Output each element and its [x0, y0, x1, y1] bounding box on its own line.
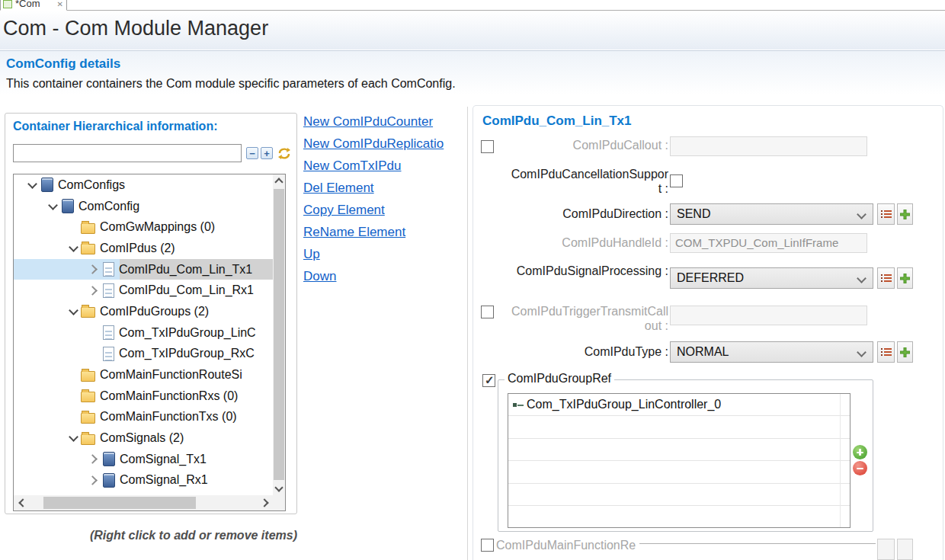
- tree-item[interactable]: ComMainFunctionTxs (0): [14, 407, 273, 428]
- detail-panel: ComIPdu_Com_Lin_Tx1 ComIPduCallout : Com…: [472, 105, 943, 560]
- main-function-add-button[interactable]: [897, 539, 913, 560]
- tree-item[interactable]: ComIPdus (2): [14, 238, 273, 259]
- group-ref-row-label: Com_TxIPduGroup_LinController_0: [527, 398, 721, 411]
- signal-processing-add-button[interactable]: [897, 267, 913, 289]
- group-ref-empty-row: [508, 416, 850, 438]
- main-function-checkbox[interactable]: [481, 539, 494, 552]
- chevron-icon[interactable]: [66, 436, 81, 440]
- tree-item-icon: [81, 371, 95, 382]
- scroll-up-icon[interactable]: [273, 174, 285, 187]
- direction-list-button[interactable]: [877, 203, 895, 225]
- scroll-down-icon[interactable]: [273, 482, 285, 495]
- tree-item[interactable]: ComMainFunctionRxs (0): [14, 386, 273, 407]
- tree-item-label: ComIPduGroups (2): [100, 305, 209, 318]
- collapse-all-icon[interactable]: −: [246, 147, 258, 159]
- tree-item-icon: [81, 434, 95, 445]
- tree-item-label: ComIPdu_Com_Lin_Tx1: [119, 263, 252, 277]
- action-link[interactable]: New ComIPduReplicatio: [303, 136, 466, 158]
- tree-item-icon: [103, 262, 114, 277]
- signal-processing-combo[interactable]: DEFERRED: [670, 267, 873, 289]
- tree-item-label: ComIPdu_Com_Lin_Rx1: [119, 283, 254, 297]
- tree-filter-input[interactable]: [13, 144, 242, 162]
- reference-icon: [513, 402, 524, 408]
- tree-item-label: ComConfig: [78, 200, 139, 213]
- tree-item-label: ComMainFunctionTxs (0): [100, 410, 237, 424]
- tree-item[interactable]: ComMainFunctionRouteSi: [14, 364, 273, 386]
- type-combo[interactable]: NORMAL: [670, 341, 873, 363]
- tree-item[interactable]: ComConfig: [14, 196, 273, 217]
- group-ref-row[interactable]: Com_TxIPduGroup_LinController_0: [508, 394, 850, 416]
- handle-id-label: ComIPduHandleId :: [508, 235, 668, 250]
- chevron-icon[interactable]: [66, 246, 81, 251]
- scroll-right-icon[interactable]: [258, 495, 273, 510]
- group-ref-empty-row: [508, 484, 850, 506]
- hierarchy-panel: Container Hierarchical information: − + …: [5, 113, 297, 514]
- action-link[interactable]: Down: [303, 269, 466, 291]
- group-ref-fieldset: ComIPduGroupRef Com_TxIPduGroup_LinContr…: [498, 379, 873, 532]
- group-ref-empty-row: [508, 461, 850, 483]
- tree-horizontal-scrollbar[interactable]: [14, 495, 273, 510]
- tree-item-icon: [81, 244, 95, 254]
- action-link[interactable]: New ComTxIPdu: [303, 158, 466, 181]
- chevron-icon[interactable]: [86, 456, 101, 462]
- tree-item[interactable]: ComSignal_Tx1: [14, 449, 273, 470]
- chevron-icon[interactable]: [45, 204, 60, 209]
- tree-item-label: ComGwMappings (0): [100, 220, 215, 234]
- action-link[interactable]: ReName Element: [303, 225, 466, 247]
- direction-add-button[interactable]: [897, 203, 913, 225]
- tree-item[interactable]: ComSignal_Rx1: [14, 470, 273, 491]
- tree-item[interactable]: ComIPdu_Com_Lin_Tx1: [14, 259, 273, 280]
- trigger-transmit-checkbox[interactable]: [481, 306, 494, 318]
- signal-processing-label: ComIPduSignalProcessing :: [508, 264, 668, 278]
- tree-item[interactable]: Com_TxIPduGroup_LinC: [14, 322, 273, 344]
- expand-all-icon[interactable]: +: [261, 147, 273, 159]
- type-add-button[interactable]: [897, 341, 913, 363]
- com-module-manager-window: *Com ✕ Com - Com Module Manager ComConfi…: [0, 0, 945, 560]
- tree-item[interactable]: ComGwMappings (0): [14, 216, 273, 238]
- action-link[interactable]: Copy Element: [303, 203, 466, 225]
- chevron-icon[interactable]: [86, 477, 101, 484]
- group-ref-add-icon[interactable]: [853, 445, 867, 459]
- tree-item-icon: [103, 283, 114, 298]
- page-title: Com - Com Module Manager: [0, 11, 945, 40]
- tree-item-label: ComMainFunctionRxs (0): [100, 389, 238, 403]
- signal-processing-list-button[interactable]: [877, 267, 895, 289]
- group-ref-empty-row: [508, 506, 850, 528]
- refresh-icon[interactable]: [277, 146, 292, 160]
- tree-item[interactable]: ComIPduGroups (2): [14, 301, 273, 322]
- actions-list: New ComIPduCounterNew ComIPduReplicatioN…: [303, 114, 466, 291]
- tree-rows: ComConfigs ComConfig ComGwMappings (0) C…: [14, 174, 273, 495]
- tree-item-icon: [103, 473, 115, 488]
- direction-combo[interactable]: SEND: [670, 203, 873, 225]
- main-function-list-button[interactable]: [877, 539, 895, 560]
- vertical-scroll-thumb[interactable]: [274, 189, 284, 480]
- tree-item[interactable]: Com_TxIPduGroup_RxC: [14, 344, 273, 365]
- group-ref-remove-icon[interactable]: [853, 461, 867, 475]
- detail-heading: ComIPdu_Com_Lin_Tx1: [482, 114, 632, 129]
- action-link[interactable]: New ComIPduCounter: [303, 114, 466, 136]
- groupref-table-body: Com_TxIPduGroup_LinController_0: [508, 394, 850, 528]
- tree-item-icon: [62, 199, 74, 213]
- group-ref-legend: ComIPduGroupRef: [505, 372, 614, 386]
- type-list-button[interactable]: [877, 341, 895, 363]
- horizontal-scroll-thumb[interactable]: [43, 497, 196, 509]
- chevron-icon[interactable]: [24, 183, 40, 187]
- cancellation-checkbox[interactable]: [670, 174, 683, 187]
- chevron-icon[interactable]: [66, 309, 81, 314]
- right-click-hint: (Right click to add or remove items): [5, 529, 297, 542]
- action-link[interactable]: Del Element: [303, 181, 466, 203]
- tree-item[interactable]: ComSignals (2): [14, 427, 273, 449]
- scroll-left-icon[interactable]: [14, 495, 29, 510]
- tree-item[interactable]: ComConfigs: [14, 174, 273, 196]
- action-link[interactable]: Up: [303, 247, 466, 269]
- group-ref-checkbox[interactable]: [482, 374, 495, 387]
- callout-checkbox[interactable]: [481, 140, 494, 153]
- chevron-icon[interactable]: [86, 287, 101, 294]
- editor-tab-com[interactable]: *Com ✕: [0, 0, 67, 11]
- chevron-icon[interactable]: [86, 266, 101, 273]
- close-icon[interactable]: ✕: [57, 0, 63, 8]
- callout-label: ComIPduCallout :: [508, 138, 668, 152]
- tree-vertical-scrollbar[interactable]: [273, 174, 285, 495]
- tree-item-icon: [41, 178, 53, 192]
- tree-item[interactable]: ComIPdu_Com_Lin_Rx1: [14, 280, 273, 301]
